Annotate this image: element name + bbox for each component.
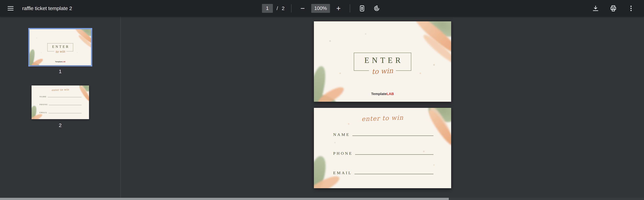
menu-button[interactable] (5, 3, 16, 14)
field-label-email: EMAIL (333, 171, 352, 175)
form-row-email: EMAIL (333, 168, 434, 175)
field-label-email: EMAIL (40, 112, 48, 114)
templatelab-logo: TemplateLAB (314, 92, 451, 96)
thumbnail-label-1: 1 (28, 69, 92, 74)
speckle-dot (420, 73, 421, 74)
field-label-name: NAME (333, 133, 350, 137)
document-title: raffle ticket template 2 (22, 6, 72, 11)
pdf-page-2: enter to win NAME PHONE EMAIL (314, 108, 451, 188)
speckle-dot (433, 164, 434, 166)
thumbnail-page-1[interactable]: ENTER to win TemplateLAB (28, 28, 92, 66)
print-button[interactable] (608, 3, 619, 14)
pdf-page-1: ENTER to win TemplateLAB (314, 21, 451, 102)
zoom-level: 100% (311, 4, 330, 13)
field-line (355, 154, 434, 155)
speckle-dot (36, 38, 37, 38)
fit-page-button[interactable] (356, 3, 368, 14)
brand-template: Template (371, 92, 387, 96)
ticket-script-text: to win (54, 49, 66, 53)
rotate-icon (373, 5, 380, 12)
thumbnail-label-2: 2 (30, 122, 90, 128)
page-divider: / (276, 6, 278, 11)
ticket-back-thumb: enter to win NAME PHONE EMAIL (32, 85, 89, 119)
thumbnail-page-2-preview: enter to win NAME PHONE EMAIL (32, 85, 89, 119)
form-row-name: NAME (333, 130, 434, 137)
page-number-input[interactable] (262, 4, 273, 13)
form-row-name: NAME (40, 95, 82, 97)
field-label-name: NAME (40, 96, 46, 97)
thumbnail-page-2[interactable]: enter to win NAME PHONE EMAIL (30, 84, 90, 120)
horizontal-scrollbar[interactable] (0, 198, 644, 200)
brand-template: Template (55, 61, 62, 63)
three-dot-menu-icon (628, 5, 634, 12)
brand-lab: LAB (62, 61, 65, 63)
speckle-dot (77, 52, 78, 53)
document-viewport: ENTER to win TemplateLAB enter to win NA… (121, 17, 644, 200)
toolbar-separator (350, 4, 350, 13)
rotate-button[interactable] (371, 3, 382, 14)
speckle-dot (348, 123, 349, 125)
thumbnail-page-1-preview: ENTER to win TemplateLAB (30, 29, 91, 65)
speckle-dot (365, 33, 366, 35)
page-count: 2 (282, 6, 284, 11)
templatelab-logo: TemplateLAB (30, 61, 91, 63)
speckle-dot (41, 52, 42, 53)
speckle-dot (433, 64, 435, 66)
ticket-headline: ENTER (354, 56, 411, 65)
field-label-phone: PHONE (40, 104, 48, 106)
ticket-border-box: ENTER to win (47, 43, 73, 51)
field-line (352, 136, 434, 136)
speckle-dot (334, 142, 336, 143)
ticket-headline: ENTER (48, 45, 73, 49)
ticket-script-text: to win (369, 66, 396, 76)
more-options-button[interactable] (626, 3, 636, 14)
print-icon (610, 5, 617, 12)
zoom-in-button[interactable]: + (334, 5, 343, 12)
ticket-script-text: enter to win (314, 112, 451, 124)
ticket-border-box: ENTER to win (354, 53, 411, 71)
form-row-phone: PHONE (40, 103, 82, 106)
fit-page-icon (358, 5, 366, 12)
field-line (354, 174, 434, 174)
field-line (48, 97, 82, 97)
toolbar-separator (291, 4, 292, 13)
brand-lab: LAB (386, 92, 394, 96)
download-icon (592, 5, 599, 12)
zoom-out-button[interactable]: − (298, 5, 308, 12)
form-row-email: EMAIL (40, 111, 82, 114)
pdf-toolbar: raffle ticket template 2 / 2 − 100% + (0, 0, 644, 17)
download-button[interactable] (590, 3, 601, 14)
thumbnail-sidebar: ENTER to win TemplateLAB 1 (0, 17, 121, 200)
speckle-dot (329, 40, 331, 42)
ticket-script-text: enter to win (32, 87, 89, 92)
field-label-phone: PHONE (333, 151, 353, 156)
ticket-front-thumb: ENTER to win TemplateLAB (30, 29, 91, 65)
speckle-dot (340, 73, 341, 74)
hamburger-icon (7, 5, 14, 12)
form-row-phone: PHONE (333, 149, 434, 156)
scrollbar-thumb[interactable] (0, 198, 449, 200)
